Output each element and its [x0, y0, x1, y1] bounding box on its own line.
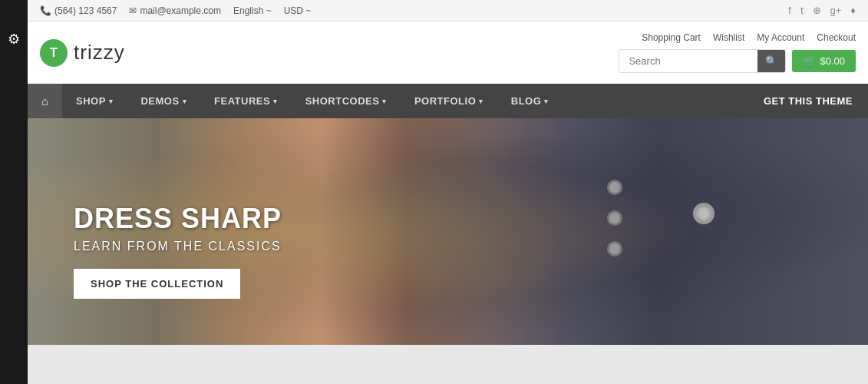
hero-cta-button[interactable]: SHOP THE COLLECTION — [74, 269, 240, 299]
twitter-icon[interactable]: t — [800, 5, 804, 16]
features-caret: ▾ — [273, 98, 278, 105]
checkout-link[interactable]: Checkout — [817, 32, 856, 43]
logo-icon: T — [40, 39, 68, 67]
top-bar-right: f t ⊕ g+ ♦ — [788, 5, 856, 16]
nav-get-theme-button[interactable]: GET THIS THEME — [748, 84, 868, 118]
button-detail-1 — [607, 180, 622, 195]
search-box: 🔍 — [619, 49, 786, 73]
search-cart-area: 🔍 🛒 $0.00 — [619, 49, 856, 73]
email-info: ✉ mail@example.com — [129, 5, 221, 16]
portfolio-caret: ▾ — [479, 98, 484, 105]
nav-item-shop[interactable]: SHOP ▾ — [62, 84, 127, 118]
header: T trizzy Shopping Cart Wishlist My Accou… — [28, 22, 868, 84]
shopping-cart-link[interactable]: Shopping Cart — [642, 32, 701, 43]
pinterest-icon[interactable]: ♦ — [850, 5, 856, 16]
hero-content: DRESS SHARP LEARN FROM THE CLASSICS SHOP… — [74, 203, 282, 299]
top-bar-left: 📞 (564) 123 4567 ✉ mail@example.com Engl… — [40, 5, 311, 16]
nav-item-portfolio[interactable]: PORTFOLIO ▾ — [401, 84, 497, 118]
facebook-icon[interactable]: f — [788, 5, 791, 16]
nav-home-button[interactable]: ⌂ — [28, 84, 62, 118]
shop-caret: ▾ — [109, 98, 114, 105]
phone-number: (564) 123 4567 — [54, 5, 117, 16]
nav-item-demos[interactable]: DEMOS ▾ — [127, 84, 200, 118]
button-detail-2 — [607, 210, 622, 226]
language-selector[interactable]: English ~ — [233, 5, 272, 16]
email-icon: ✉ — [129, 5, 137, 16]
nav-item-shortcodes[interactable]: SHORTCODES ▾ — [292, 84, 401, 118]
currency-selector[interactable]: USD ~ — [284, 5, 312, 16]
phone-icon: 📞 — [40, 5, 51, 16]
cart-amount: $0.00 — [820, 55, 845, 67]
email-address: mail@example.com — [140, 5, 221, 16]
googleplus-icon[interactable]: g+ — [830, 5, 842, 16]
search-input[interactable] — [619, 50, 757, 72]
header-right: Shopping Cart Wishlist My Account Checko… — [619, 32, 856, 73]
search-button[interactable]: 🔍 — [757, 50, 785, 72]
logo-area[interactable]: T trizzy — [40, 39, 125, 67]
button-detail-3 — [607, 241, 622, 257]
logo-text: trizzy — [74, 41, 125, 65]
hero-subtitle: LEARN FROM THE CLASSICS — [74, 240, 282, 253]
header-links: Shopping Cart Wishlist My Account Checko… — [642, 32, 856, 43]
hero-section: DRESS SHARP LEARN FROM THE CLASSICS SHOP… — [28, 118, 868, 345]
top-bar: 📞 (564) 123 4567 ✉ mail@example.com Engl… — [28, 0, 868, 22]
nav-item-features[interactable]: FEATURES ▾ — [200, 84, 292, 118]
nav-item-blog[interactable]: BLOG ▾ — [497, 84, 563, 118]
gear-icon[interactable]: ⚙ — [8, 31, 20, 48]
button-detail-4 — [693, 203, 715, 224]
nav-bar: ⌂ SHOP ▾ DEMOS ▾ FEATURES ▾ SHORTCODES ▾… — [28, 84, 868, 118]
phone-info: 📞 (564) 123 4567 — [40, 5, 117, 16]
main-wrapper: 📞 (564) 123 4567 ✉ mail@example.com Engl… — [28, 0, 868, 345]
blog-caret: ▾ — [544, 98, 549, 105]
hero-title: DRESS SHARP — [74, 203, 282, 235]
settings-panel: ⚙ — [0, 0, 28, 384]
my-account-link[interactable]: My Account — [757, 32, 804, 43]
shortcodes-caret: ▾ — [382, 98, 387, 105]
wishlist-link[interactable]: Wishlist — [713, 32, 744, 43]
cart-icon: 🛒 — [803, 55, 815, 67]
dribbble-icon[interactable]: ⊕ — [813, 5, 821, 16]
cart-button[interactable]: 🛒 $0.00 — [792, 50, 856, 72]
demos-caret: ▾ — [183, 98, 187, 105]
